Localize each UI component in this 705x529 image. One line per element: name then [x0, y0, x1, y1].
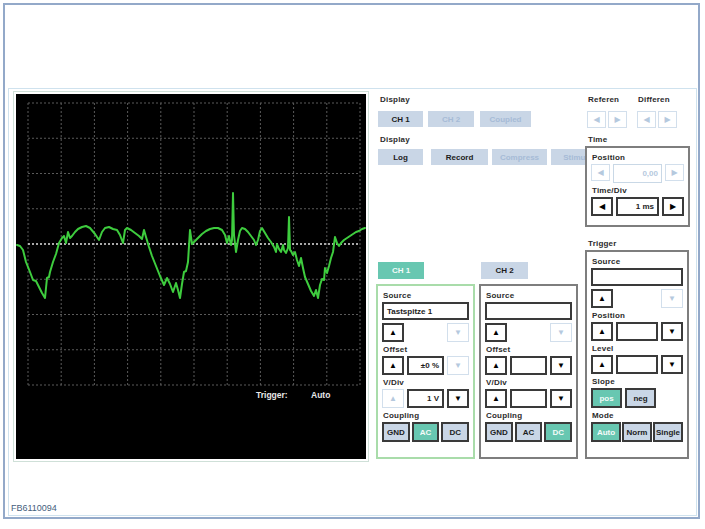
ch2-vdiv-up-button[interactable]: ▲ [485, 389, 507, 408]
arrow-right-icon: ▶ [664, 116, 670, 124]
reference-prev-button: ◀ [587, 111, 606, 128]
display-ch1-button[interactable]: CH 1 [378, 111, 423, 127]
time-position-increase-button: ▶ [665, 164, 684, 181]
arrow-right-icon: ▶ [670, 203, 676, 211]
trigger-source-down-button: ▼ [661, 289, 683, 308]
arrow-up-icon: ▲ [598, 328, 606, 336]
arrow-left-icon: ◀ [593, 116, 599, 124]
mode-norm-button[interactable]: Norm [622, 422, 652, 442]
ch1-coupling-ac-button[interactable]: AC [412, 422, 440, 442]
ch1-vdiv-label: V/Div [383, 378, 469, 387]
arrow-down-icon: ▼ [454, 362, 462, 370]
display-ch2-button: CH 2 [428, 111, 474, 127]
difference-prev-button: ◀ [637, 111, 656, 128]
ch1-source-value[interactable]: Tastspitze 1 [382, 302, 469, 320]
time-position-value[interactable]: 0,00 [613, 164, 662, 183]
ch2-select-button[interactable]: CH 2 [481, 262, 528, 279]
ch1-coupling-gnd-button[interactable]: GND [382, 422, 410, 442]
arrow-up-icon: ▲ [492, 329, 500, 337]
ch1-offset-label: Offset [383, 345, 469, 354]
ch2-coupling-ac-button[interactable]: AC [515, 422, 543, 442]
arrow-up-icon: ▲ [389, 362, 397, 370]
arrow-up-icon: ▲ [598, 295, 606, 303]
ch2-coupling-gnd-button[interactable]: GND [485, 422, 513, 442]
arrow-up-icon: ▲ [389, 395, 397, 403]
log-button[interactable]: Log [378, 149, 423, 165]
ch1-offset-value[interactable]: ±0 % [407, 356, 444, 375]
ch1-offset-down-button: ▼ [447, 356, 469, 375]
slope-neg-button[interactable]: neg [625, 388, 656, 408]
ch2-source-label: Source [486, 291, 572, 300]
trigger-source-value[interactable] [591, 268, 683, 286]
scope-screen: Trigger: Auto [16, 94, 366, 459]
arrow-down-icon: ▼ [557, 395, 565, 403]
trigger-position-value[interactable] [616, 322, 658, 341]
record-button[interactable]: Record [431, 149, 488, 165]
mode-single-button[interactable]: Single [653, 422, 683, 442]
arrow-down-icon: ▼ [557, 329, 565, 337]
ch2-source-value[interactable] [485, 302, 572, 320]
trigger-position-down-button[interactable]: ▼ [661, 322, 683, 341]
ch2-source-up-button[interactable]: ▲ [485, 323, 507, 342]
slope-pos-button[interactable]: pos [591, 388, 622, 408]
arrow-down-icon: ▼ [557, 362, 565, 370]
reference-next-button: ▶ [608, 111, 627, 128]
ch2-coupling-dc-button[interactable]: DC [544, 422, 572, 442]
trigger-position-label: Position [592, 311, 683, 320]
time-div-value[interactable]: 1 ms [616, 197, 659, 216]
ch2-offset-label: Offset [486, 345, 572, 354]
ch1-source-down-button: ▼ [447, 323, 469, 342]
ch2-offset-down-button[interactable]: ▼ [550, 356, 572, 375]
arrow-left-icon: ◀ [599, 203, 605, 211]
display-coupled-button: Coupled [480, 111, 531, 127]
trigger-source-up-button[interactable]: ▲ [591, 289, 613, 308]
trigger-slope-label: Slope [592, 377, 683, 386]
mode-auto-button[interactable]: Auto [591, 422, 621, 442]
trigger-level-up-button[interactable]: ▲ [591, 355, 613, 374]
ch1-source-label: Source [383, 291, 469, 300]
time-div-decrease-button[interactable]: ◀ [591, 197, 613, 216]
trigger-level-label: Level [592, 344, 683, 353]
time-position-decrease-button: ◀ [591, 164, 610, 181]
arrow-left-icon: ◀ [597, 169, 603, 177]
oscilloscope-app-window: Trigger: Auto Display CH 1 CH 2 Coupled … [0, 0, 705, 529]
ch2-offset-value[interactable] [510, 356, 547, 375]
arrow-down-icon: ▼ [668, 328, 676, 336]
ch1-select-button[interactable]: CH 1 [378, 262, 424, 279]
arrow-down-icon: ▼ [668, 361, 676, 369]
arrow-up-icon: ▲ [492, 362, 500, 370]
figure-id: FB6110094 [11, 503, 57, 513]
ch2-vdiv-down-button[interactable]: ▼ [550, 389, 572, 408]
arrow-down-icon: ▼ [668, 295, 676, 303]
trigger-level-down-button[interactable]: ▼ [661, 355, 683, 374]
ch2-vdiv-value[interactable] [510, 389, 547, 408]
trigger-level-value[interactable] [616, 355, 658, 374]
ch1-source-up-button[interactable]: ▲ [382, 323, 404, 342]
ch1-coupling-dc-button[interactable]: DC [441, 422, 469, 442]
arrow-right-icon: ▶ [614, 116, 620, 124]
ch2-panel: Source ▲ ▼ Offset ▲ ▼ V/Div ▲ ▼ Coupling… [479, 284, 578, 459]
ch1-vdiv-down-button[interactable]: ▼ [447, 389, 469, 408]
time-panel: Position ◀ 0,00 ▶ Time/Div ◀ 1 ms ▶ [585, 146, 690, 227]
arrow-down-icon: ▼ [454, 395, 462, 403]
arrow-up-icon: ▲ [389, 329, 397, 337]
ch1-offset-up-button[interactable]: ▲ [382, 356, 404, 375]
ch2-source-down-button: ▼ [550, 323, 572, 342]
ch2-coupling-label: Coupling [486, 411, 572, 420]
trigger-source-label: Source [592, 257, 683, 266]
arrow-right-icon: ▶ [671, 169, 677, 177]
difference-label: Differen [638, 95, 670, 104]
compress-button: Compress [492, 149, 547, 165]
difference-next-button: ▶ [658, 111, 677, 128]
ch2-offset-up-button[interactable]: ▲ [485, 356, 507, 375]
trigger-position-up-button[interactable]: ▲ [591, 322, 613, 341]
trigger-mode-label: Mode [592, 411, 683, 420]
arrow-up-icon: ▲ [492, 395, 500, 403]
time-position-label: Position [592, 153, 684, 162]
ch1-panel: Source Tastspitze 1 ▲ ▼ Offset ▲ ±0 % ▼ … [376, 284, 475, 459]
ch1-vdiv-value[interactable]: 1 V [407, 389, 444, 408]
trigger-panel: Source ▲ ▼ Position ▲ ▼ Level ▲ ▼ Slope … [585, 250, 689, 459]
arrow-up-icon: ▲ [598, 361, 606, 369]
time-label: Time [588, 135, 607, 144]
time-div-increase-button[interactable]: ▶ [662, 197, 684, 216]
